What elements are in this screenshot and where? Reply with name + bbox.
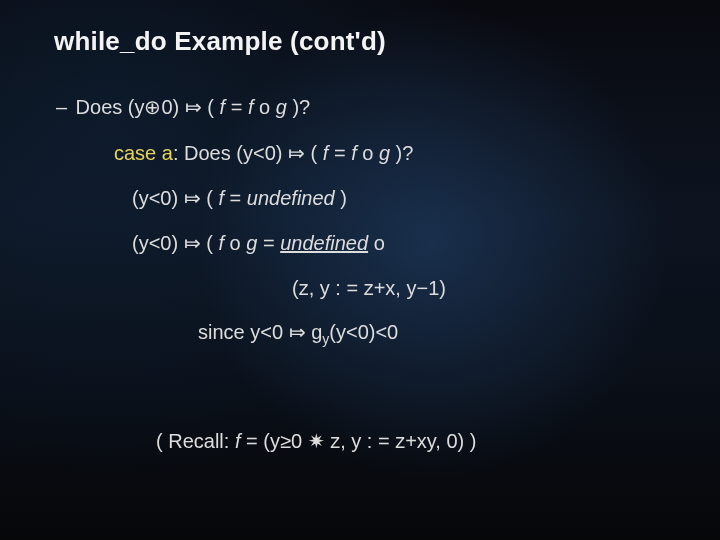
text: ( — [305, 142, 323, 164]
implies-icon: ⤇ — [184, 187, 201, 209]
text: ( — [201, 187, 219, 209]
text: = — [225, 96, 248, 118]
implies-icon: ⤇ — [289, 321, 306, 343]
case-label: case a — [114, 142, 173, 164]
text: o — [368, 232, 385, 254]
star-icon: ✷ — [308, 430, 325, 452]
derivation-line-2: (y<0) ⤇ ( f o g = undefined o — [132, 230, 672, 257]
var-g: g — [246, 232, 257, 254]
text: 0) — [161, 96, 184, 118]
text: = — [257, 232, 280, 254]
text: o — [357, 142, 379, 164]
derivation-line-2b: (z, y : = z+x, y−1) — [292, 275, 672, 302]
text: (y<0)<0 — [329, 321, 398, 343]
text: ( — [202, 96, 220, 118]
undefined: undefined — [247, 187, 335, 209]
text: ( — [201, 232, 219, 254]
bullet-line: – Does (y⊕0) ⤇ ( f = f o g )? — [56, 95, 672, 119]
text: Does (y — [76, 96, 145, 118]
implies-icon: ⤇ — [185, 96, 202, 118]
text: )? — [390, 142, 413, 164]
since-line: since y<0 ⤇ gy(y<0)<0 — [198, 320, 672, 347]
case-line: case a: Does (y<0) ⤇ ( f = f o g )? — [114, 141, 672, 165]
text: since y<0 — [198, 321, 289, 343]
text: : Does (y<0) — [173, 142, 288, 164]
slide: while_do Example (cont'd) – Does (y⊕0) ⤇… — [0, 0, 720, 540]
undefined: undefined — [280, 232, 368, 254]
bullet-dash: – — [56, 96, 70, 119]
text: = — [224, 187, 247, 209]
text: )? — [287, 96, 310, 118]
derivation-line-1: (y<0) ⤇ ( f = undefined ) — [132, 185, 672, 212]
text: (y<0) — [132, 232, 184, 254]
text: o — [254, 96, 276, 118]
text: o — [224, 232, 246, 254]
text: ) — [335, 187, 347, 209]
implies-icon: ⤇ — [288, 142, 305, 164]
var-g: g — [379, 142, 390, 164]
slide-title: while_do Example (cont'd) — [54, 26, 672, 57]
text: (y<0) — [132, 187, 184, 209]
text: z, y : = z+xy, 0) ) — [325, 430, 477, 452]
recall-line: ( Recall: f = (y≥0 ✷ z, y : = z+xy, 0) ) — [156, 429, 672, 453]
var-g: g — [276, 96, 287, 118]
text: = (y≥0 — [240, 430, 307, 452]
implies-icon: ⤇ — [184, 232, 201, 254]
text: ( Recall: — [156, 430, 235, 452]
text: g — [306, 321, 323, 343]
text: = — [328, 142, 351, 164]
oplus-icon: ⊕ — [144, 96, 161, 118]
